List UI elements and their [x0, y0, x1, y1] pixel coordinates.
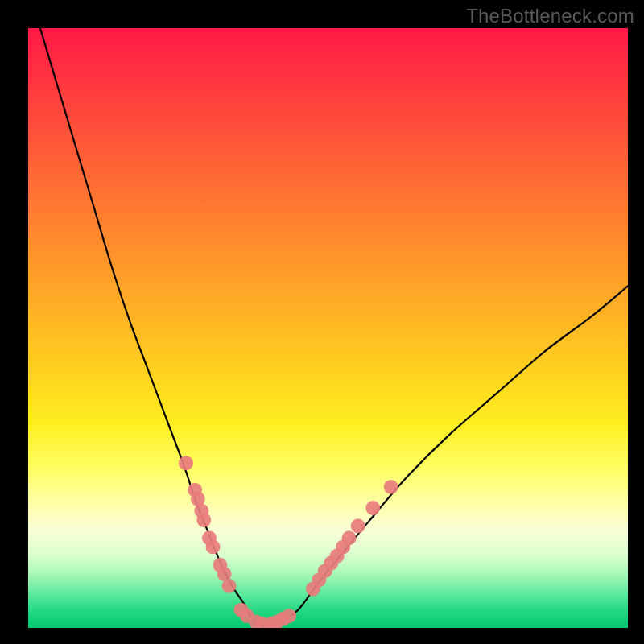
plot-area: [28, 28, 628, 628]
data-marker: [179, 456, 193, 470]
marker-layer: [179, 456, 398, 628]
data-marker: [384, 480, 398, 494]
watermark-text: TheBottleneck.com: [466, 5, 634, 27]
bottleneck-curve: [40, 28, 628, 625]
data-marker: [205, 539, 220, 554]
data-marker: [282, 609, 296, 623]
data-marker: [342, 530, 357, 545]
data-marker: [365, 501, 380, 515]
data-marker: [351, 518, 365, 533]
curve-overlay: [28, 28, 628, 628]
data-marker: [196, 513, 211, 527]
data-marker: [222, 579, 237, 593]
chart-frame: TheBottleneck.com: [0, 0, 644, 644]
